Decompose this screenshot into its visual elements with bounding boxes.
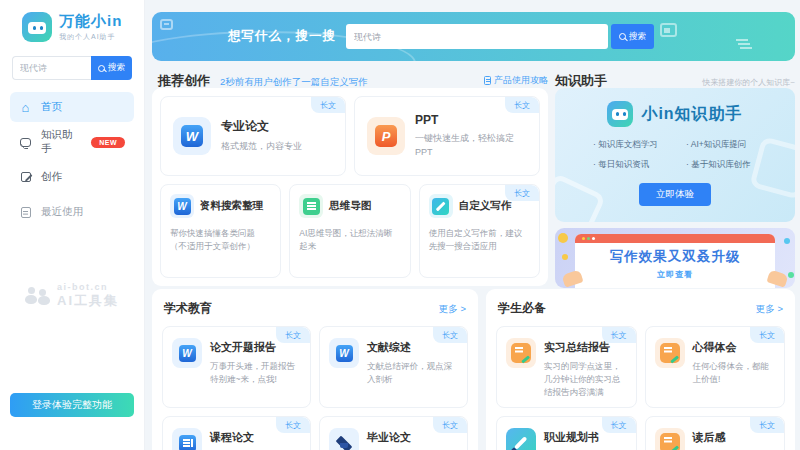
long-text-badge: 长文 [602,417,636,433]
knowledge-panel-title: 小in知识助手 [641,104,742,125]
sidebar-item-label: 最近使用 [41,205,83,219]
word-icon [172,338,202,368]
document-icon [19,207,32,218]
knowledge-feature: AI+知识库提问 [686,139,771,151]
sidebar-item-home[interactable]: ⌂ 首页 [10,92,134,122]
card-doc-search[interactable]: 资料搜索整理 帮你快速搞懂各类问题（不适用于文章创作） [160,184,281,278]
card-desc: 万事开头难，开题报告特别难~来，点我! [210,360,301,386]
card-mindmap[interactable]: 思维导图 AI思维导图，让想法清晰起来 [289,184,410,278]
paw-icon [25,287,51,306]
long-text-badge: 长文 [311,97,345,113]
search-icon [98,65,105,72]
card-title: 思维导图 [329,199,371,213]
card-ppt[interactable]: 长文 PPT 一键快速生成，轻松搞定PPT [354,96,540,176]
student-section: 学生必备 更多 > 长文 实习总结报告 实习的同学点这里，几分钟让你的实习总结报… [486,289,795,450]
sidebar: 万能小in 我的个人AI助手 搜索 ⌂ 首页 知识助手 NEW 创作 最近使用 [0,0,145,450]
banner-search-button-label: 搜索 [629,31,646,43]
report-icon [506,338,536,368]
card-title: 自定义写作 [459,199,512,213]
card-desc: 任何心得体会，都能上价值! [693,360,776,386]
product-guide-link[interactable]: 产品使用攻略 [484,74,548,87]
app-logo[interactable]: 万能小in 我的个人AI助手 [0,0,144,52]
window-deco-icon [160,19,173,30]
sidebar-search-button[interactable]: 搜索 [91,56,132,80]
long-text-badge: 长文 [276,417,310,433]
card-thesis-proposal[interactable]: 长文 论文开题报告 万事开头难，开题报告特别难~来，点我! [162,326,311,408]
sidebar-item-label: 创作 [41,170,62,184]
long-text-badge: 长文 [750,417,784,433]
sidebar-item-label: 首页 [41,100,62,114]
document-icon [484,76,491,85]
app-subtitle: 我的个人AI助手 [59,32,122,42]
card-graduation-thesis[interactable]: 长文 毕业论文 格式规范，内容专业的毕业 [319,416,468,450]
knowledge-assistant-panel: 小in知识助手 知识库文档学习 AI+知识库提问 每日知识资讯 基于知识库创作 … [555,88,795,222]
card-professional-paper[interactable]: 长文 专业论文 格式规范，内容专业 [160,96,346,176]
course-paper-icon [172,428,202,450]
card-title: 读后感 [693,430,726,445]
student-title: 学生必备 [498,300,546,317]
report-icon [655,428,685,450]
sidebar-menu: ⌂ 首页 知识助手 NEW 创作 最近使用 [0,92,144,227]
card-desc: 使用自定义写作前，建议先搜一搜合适应用 [429,227,530,253]
long-text-badge: 长文 [276,327,310,343]
long-text-badge: 长文 [433,417,467,433]
card-title: PPT [415,113,527,127]
chat-icon [19,138,32,147]
card-reading-review[interactable]: 长文 读后感 [645,416,786,450]
card-desc: 文献总结评价，观点深入剖析 [367,360,458,386]
banner-search-input[interactable] [346,24,608,49]
long-text-badge: 长文 [602,327,636,343]
promo-window: 写作效果又双叒升级 立即查看 [575,234,775,288]
card-literature-review[interactable]: 长文 文献综述 文献总结评价，观点深入剖析 [319,326,468,408]
card-title: 专业论文 [221,118,302,135]
sidebar-item-create[interactable]: 创作 [10,162,134,192]
academic-section: 学术教育 更多 > 长文 论文开题报告 万事开头难，开题报告特别难~来，点我! … [152,289,478,450]
product-guide-label: 产品使用攻略 [494,74,548,87]
sidebar-item-recent[interactable]: 最近使用 [10,197,134,227]
search-icon [619,33,626,40]
view-now-link[interactable]: 立即查看 [575,269,775,280]
custom-writing-icon [429,194,453,218]
card-title: 职业规划书 [544,430,599,445]
card-career-plan[interactable]: 长文 职业规划书 [496,416,637,450]
try-now-button[interactable]: 立即体验 [639,183,711,206]
banner-search-button[interactable]: 搜索 [611,24,654,49]
academic-more-link[interactable]: 更多 > [439,303,466,316]
promo-title: 写作效果又双叒升级 [575,248,775,266]
promo-window-bar [575,234,775,243]
new-badge: NEW [91,137,125,148]
long-text-badge: 长文 [433,327,467,343]
sidebar-search-button-label: 搜索 [108,62,125,74]
card-desc: 一键快速生成，轻松搞定PPT [415,132,527,158]
student-more-link[interactable]: 更多 > [756,303,783,316]
word-icon [329,338,359,368]
card-desc: 帮你快速搞懂各类问题（不适用于文章创作） [170,227,271,253]
sidebar-search: 搜索 [12,56,132,80]
login-button[interactable]: 登录体验完整功能 [10,393,134,417]
report-icon [655,338,685,368]
list-deco-icon [736,39,752,50]
card-course-paper[interactable]: 长文 课程论文 格式规范，内容专业的课程 [162,416,311,450]
home-icon: ⌂ [19,101,32,114]
career-pen-icon [506,428,536,450]
promo-banner[interactable]: 写作效果又双叒升级 立即查看 [555,228,795,288]
knowledge-feature: 基于知识库创作 [686,159,771,171]
doc-search-icon [170,194,194,218]
robot-icon [22,12,52,42]
card-desc: 实习的同学点这里，几分钟让你的实习总结报告内容满满 [544,360,627,398]
edit-icon [19,172,32,182]
sidebar-item-knowledge-assistant[interactable]: 知识助手 NEW [10,127,134,157]
knowledge-hint: 快来搭建你的个人知识库~ [702,77,795,88]
card-custom-writing[interactable]: 长文 自定义写作 使用自定义写作前，建议先搜一搜合适应用 [419,184,540,278]
robot-icon [607,101,633,127]
banner-prompt: 想写什么，搜一搜 [228,28,336,45]
ppt-icon [367,117,405,155]
word-icon [173,117,211,155]
card-internship-report[interactable]: 长文 实习总结报告 实习的同学点这里，几分钟让你的实习总结报告内容满满 [496,326,637,408]
sidebar-search-input[interactable] [12,56,91,80]
card-reflections[interactable]: 长文 心得体会 任何心得体会，都能上价值! [645,326,786,408]
knowledge-features: 知识库文档学习 AI+知识库提问 每日知识资讯 基于知识库创作 [555,127,795,171]
long-text-badge: 长文 [505,97,539,113]
knowledge-feature: 知识库文档学习 [593,139,682,151]
knowledge-feature: 每日知识资讯 [593,159,682,171]
